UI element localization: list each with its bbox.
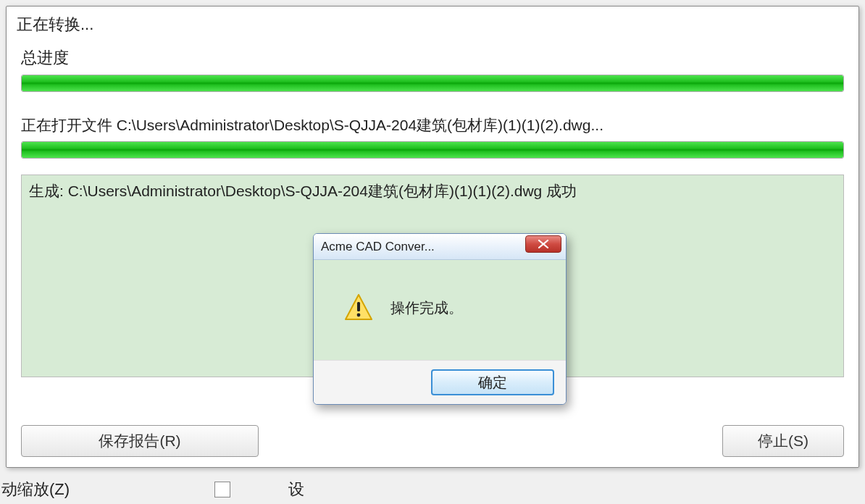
partial-checkbox[interactable] [214,482,230,497]
svg-rect-0 [357,302,360,311]
overall-progress-bar [21,75,844,92]
close-icon [537,240,550,248]
warning-icon [343,292,375,324]
log-message-line: 生成: C:\Users\Administrator\Desktop\S-QJJ… [29,181,836,201]
save-report-button[interactable]: 保存报告(R) [21,425,259,457]
file-progress-section: 正在打开文件 C:\Users\Administrator\Desktop\S-… [7,99,858,166]
stop-button-label: 停止(S) [758,431,808,451]
file-opening-label: 正在打开文件 C:\Users\Administrator\Desktop\S-… [21,115,844,135]
file-progress-bar [21,141,844,159]
ok-button-label: 确定 [478,373,507,392]
overall-progress-label: 总进度 [21,47,844,69]
partial-settings-label: 设 [288,479,304,500]
svg-point-1 [357,314,361,317]
ok-button[interactable]: 确定 [431,369,554,395]
window-title: 正在转换... [7,7,858,41]
bottom-button-row: 保存报告(R) 停止(S) [21,425,844,457]
file-progress-fill [22,142,843,158]
overall-progress-fill [22,75,843,91]
dialog-titlebar[interactable]: Acme CAD Conver... [314,234,566,260]
save-report-button-label: 保存报告(R) [99,431,180,451]
dialog-message: 操作完成。 [390,298,463,318]
partial-zoom-label: 动缩放(Z) [1,479,70,500]
overall-progress-section: 总进度 [7,41,858,99]
stop-button[interactable]: 停止(S) [722,425,844,457]
completion-dialog: Acme CAD Conver... 操作完成。 确定 [313,233,567,405]
dialog-body: 操作完成。 [314,260,566,360]
partial-bottom-row: 动缩放(Z) 设 [0,475,865,504]
dialog-footer: 确定 [314,360,566,404]
close-button[interactable] [525,235,561,253]
dialog-title: Acme CAD Conver... [321,240,525,254]
